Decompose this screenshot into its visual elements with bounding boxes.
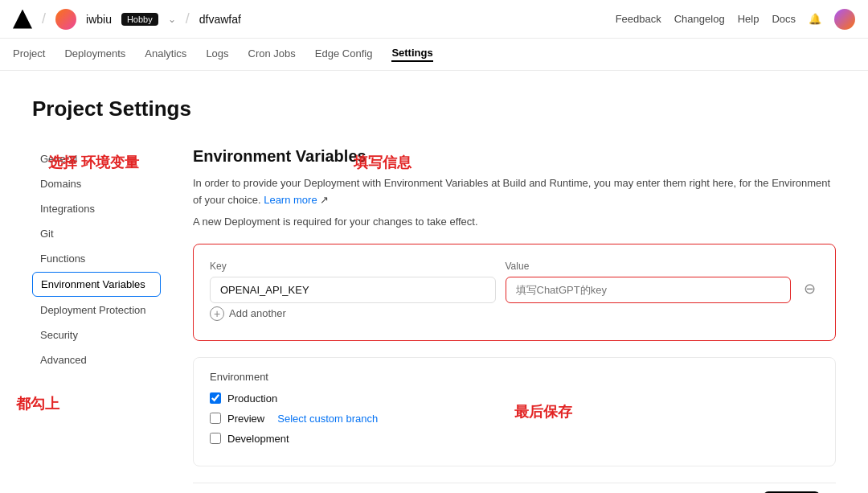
help-link[interactable]: Help: [738, 13, 760, 25]
section-title: Environment Variables: [193, 147, 836, 166]
vercel-logo-icon: [13, 10, 32, 29]
nav-settings[interactable]: Settings: [391, 47, 432, 62]
feedback-link[interactable]: Feedback: [616, 13, 661, 25]
remove-button[interactable]: ⊖: [800, 275, 819, 303]
username-label: iwbiu: [86, 13, 112, 26]
chevron-down-icon[interactable]: ⌄: [168, 14, 176, 25]
select-custom-branch-link[interactable]: Select custom branch: [277, 413, 378, 425]
preview-row: Preview Select custom branch: [210, 413, 819, 425]
page-title: Project Settings: [32, 97, 836, 121]
sidebar-item-domains[interactable]: Domains: [32, 172, 161, 195]
separator: /: [42, 10, 46, 27]
nav-analytics[interactable]: Analytics: [145, 47, 186, 61]
env-field-group: Key Value ⊖: [210, 261, 819, 303]
top-bar: / iwbiu Hobby ⌄ / dfvawfaf Feedback Chan…: [0, 0, 868, 39]
plus-circle-icon: +: [210, 306, 224, 321]
project-name-label: dfvawfaf: [199, 13, 241, 26]
nav-cronjobs[interactable]: Cron Jobs: [248, 47, 296, 61]
key-input[interactable]: [210, 277, 496, 303]
environment-label: Environment: [210, 371, 819, 383]
top-bar-right: Feedback Changelog Help Docs 🔔: [616, 9, 855, 30]
separator2: /: [186, 10, 190, 27]
content-layout: General Domains Integrations Git Functio…: [32, 147, 836, 493]
nav-logs[interactable]: Logs: [206, 47, 228, 61]
bell-icon[interactable]: 🔔: [809, 13, 821, 25]
production-checkbox[interactable]: [210, 392, 221, 404]
environment-section: Environment Production Preview Select cu…: [193, 357, 836, 466]
docs-link[interactable]: Docs: [772, 13, 796, 25]
sidebar-item-integrations[interactable]: Integrations: [32, 197, 161, 220]
section-warn: A new Deployment is required for your ch…: [193, 216, 836, 228]
value-label: Value: [506, 261, 792, 272]
production-label: Production: [227, 392, 277, 405]
production-row: Production: [210, 392, 819, 405]
nav-deployments[interactable]: Deployments: [64, 47, 125, 61]
user-avatar-sm[interactable]: [834, 9, 855, 30]
section-desc: In order to provide your Deployment with…: [193, 175, 836, 209]
footer-bar: ⬇ Import TIP: Paste a .env above to popu…: [193, 483, 836, 493]
main-content: Environment Variables In order to provid…: [193, 147, 836, 493]
changelog-link[interactable]: Changelog: [674, 13, 725, 25]
secondary-nav: Project Deployments Analytics Logs Cron …: [0, 39, 868, 71]
development-label: Development: [227, 433, 289, 445]
add-another-button[interactable]: + Add another: [210, 303, 286, 324]
nav-edgeconfig[interactable]: Edge Config: [315, 47, 373, 61]
preview-checkbox[interactable]: [210, 413, 221, 424]
key-field: Key: [210, 261, 496, 303]
development-checkbox[interactable]: [210, 433, 221, 444]
preview-label: Preview: [227, 413, 264, 425]
hobby-badge: Hobby: [121, 13, 158, 26]
page-container: Project Settings General Domains Integra…: [0, 71, 868, 493]
sidebar-item-advanced[interactable]: Advanced: [32, 348, 161, 372]
external-link-icon: ↗: [320, 194, 329, 206]
development-row: Development: [210, 433, 819, 445]
nav-project[interactable]: Project: [13, 47, 45, 61]
env-variables-card: Key Value ⊖ + Add another: [193, 244, 836, 341]
learn-more-link[interactable]: Learn more: [264, 194, 317, 206]
sidebar: General Domains Integrations Git Functio…: [32, 147, 161, 493]
sidebar-item-envvars[interactable]: Environment Variables: [32, 272, 161, 297]
sidebar-item-security[interactable]: Security: [32, 323, 161, 347]
user-avatar: [55, 9, 76, 30]
sidebar-item-functions[interactable]: Functions: [32, 247, 161, 270]
sidebar-item-general[interactable]: General: [32, 147, 161, 170]
add-another-label: Add another: [229, 307, 286, 319]
value-field: Value: [506, 261, 792, 303]
key-label: Key: [210, 261, 496, 272]
sidebar-item-git[interactable]: Git: [32, 222, 161, 245]
value-input[interactable]: [506, 277, 792, 303]
sidebar-item-deployment-protection[interactable]: Deployment Protection: [32, 298, 161, 322]
